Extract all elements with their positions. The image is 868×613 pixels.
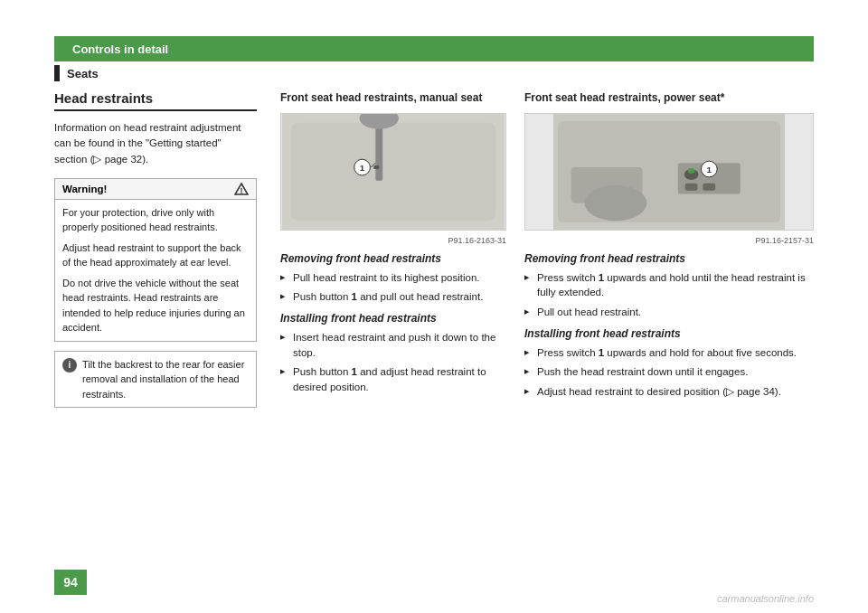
info-box: i Tilt the backrest to the rear for easi… <box>54 351 257 409</box>
warning-item-2: Adjust head restraint to support the bac… <box>62 240 249 270</box>
svg-rect-18 <box>703 184 715 191</box>
warning-label: Warning! <box>62 184 107 194</box>
page-number: 94 <box>54 570 87 595</box>
right-installing-title: Installing front head restraints <box>524 327 814 340</box>
mid-installing-step-2: Push button 1 and adjust head restraint … <box>280 364 506 394</box>
svg-text:1: 1 <box>707 165 712 174</box>
warning-body: For your protection, drive only with pro… <box>55 200 256 341</box>
header-bar: Controls in detail <box>54 36 814 61</box>
page-container: Controls in detail Seats Head restraints… <box>0 0 868 613</box>
right-column: Front seat head restraints, power seat* <box>515 90 814 577</box>
right-installing-list: Press switch 1 upwards and hold for abou… <box>524 345 814 400</box>
warning-triangle-icon: ! <box>234 183 249 195</box>
svg-text:1: 1 <box>360 163 365 173</box>
manual-seat-image: 1 <box>280 113 506 231</box>
right-removing-step-2: Pull out head restraint. <box>524 305 814 320</box>
svg-point-19 <box>584 185 646 221</box>
svg-rect-3 <box>291 123 495 221</box>
mid-removing-title: Removing front head restraints <box>280 252 506 265</box>
right-removing-list: Press switch 1 upwards and hold until th… <box>524 270 814 320</box>
svg-point-14 <box>688 168 695 174</box>
info-text: Tilt the backrest to the rear for easier… <box>82 357 249 402</box>
mid-img-caption: P91.16-2163-31 <box>280 236 506 245</box>
intro-text: Information on head restraint adjustment… <box>54 120 257 167</box>
warning-item-3: Do not drive the vehicle without the sea… <box>62 276 249 335</box>
right-img-caption: P91.16-2157-31 <box>524 236 814 245</box>
power-seat-image: 1 <box>524 113 814 231</box>
section-subtitle: Seats <box>54 65 99 81</box>
warning-item-1: For your protection, drive only with pro… <box>62 205 249 235</box>
svg-rect-8 <box>373 165 379 169</box>
power-seat-svg: 1 <box>525 114 813 230</box>
mid-installing-title: Installing front head restraints <box>280 312 506 325</box>
subtitle-bar <box>54 65 60 81</box>
section-title: Head restraints <box>54 90 257 111</box>
right-installing-step-1: Press switch 1 upwards and hold for abou… <box>524 345 814 361</box>
mid-removing-list: Pull head restraint to its highest posit… <box>280 270 506 305</box>
right-installing-step-3: Adjust head restraint to desired positio… <box>524 384 814 400</box>
info-icon: i <box>62 358 77 373</box>
content-area: Head restraints Information on head rest… <box>54 90 814 577</box>
mid-removing-step-2: Push button 1 and pull out head restrain… <box>280 289 506 305</box>
warning-header: Warning! ! <box>55 179 256 200</box>
warning-box: Warning! ! For your protection, drive on… <box>54 178 257 342</box>
svg-rect-17 <box>685 184 698 191</box>
mid-installing-step-1: Insert head restraint and push it down t… <box>280 330 506 360</box>
right-removing-step-1: Press switch 1 upwards and hold until th… <box>524 270 814 300</box>
right-col-title: Front seat head restraints, power seat* <box>524 90 814 106</box>
mid-col-title: Front seat head restraints, manual seat <box>280 90 506 106</box>
right-installing-step-2: Push the head restraint down until it en… <box>524 364 814 380</box>
svg-text:!: ! <box>241 186 243 195</box>
watermark: carmanualsonline.info <box>717 593 814 604</box>
mid-installing-list: Insert head restraint and push it down t… <box>280 330 506 395</box>
subtitle-text: Seats <box>67 67 99 80</box>
right-removing-title: Removing front head restraints <box>524 252 814 265</box>
middle-column: Front seat head restraints, manual seat … <box>271 90 515 577</box>
header-title: Controls in detail <box>72 42 168 56</box>
manual-seat-svg: 1 <box>281 114 505 230</box>
left-column: Head restraints Information on head rest… <box>54 90 271 577</box>
mid-removing-step-1: Pull head restraint to its highest posit… <box>280 270 506 286</box>
